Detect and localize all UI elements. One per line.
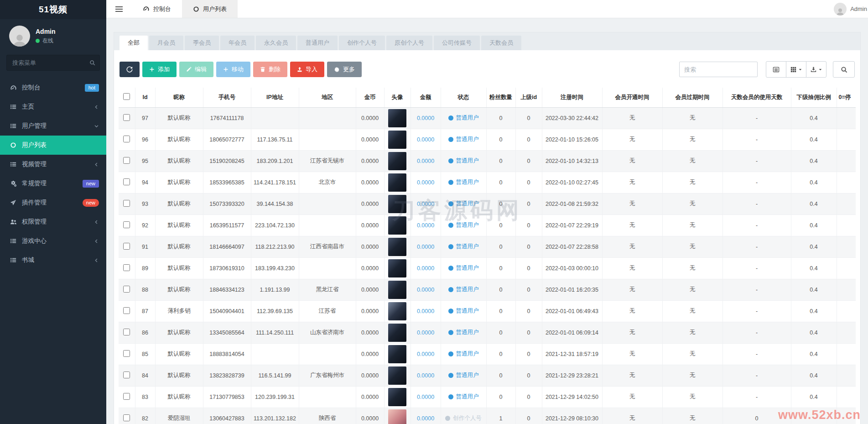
search-button[interactable] [833,61,855,78]
row-checkbox[interactable] [123,393,130,400]
cell-parent_id: 0 [515,257,542,279]
filter-tab-9[interactable]: 天数会员 [481,36,521,50]
refresh-button[interactable] [120,62,140,77]
sidebar-item-console[interactable]: 控制台hot [0,78,106,97]
filter-tab-3[interactable]: 年会员 [220,36,255,50]
amount-link[interactable]: 0.0000 [417,179,434,186]
row-checkbox[interactable] [123,329,130,335]
filter-tab-8[interactable]: 公司传媒号 [434,36,480,50]
amount-link[interactable]: 0.0000 [417,394,434,400]
sidebar-item-label: 主页 [22,103,34,111]
filter-tab-4[interactable]: 永久会员 [256,36,296,50]
amount-link[interactable]: 0.0000 [417,351,434,357]
table-row: 93默认昵称1507339332039.144.154.380.00000.00… [119,193,856,215]
user-avatar[interactable] [388,238,406,256]
amount-link[interactable]: 0.0000 [417,287,434,293]
row-checkbox[interactable] [123,114,130,121]
amount-link[interactable]: 0.0000 [417,372,434,379]
row-checkbox[interactable] [123,221,130,228]
select-all-checkbox[interactable] [123,93,130,100]
user-avatar[interactable] [388,216,406,235]
user-avatar[interactable] [388,366,406,385]
cell-flag [837,257,856,279]
amount-link[interactable]: 0.0000 [417,158,434,164]
user-avatar[interactable] [388,409,406,424]
sidebar-item-book-city[interactable]: 书城 [0,251,106,270]
cell-flag [837,193,856,215]
sidebar-nav: 控制台hot主页用户管理用户列表视频管理常规管理new插件管理new权限管理游戏… [0,78,106,424]
amount-link[interactable]: 0.0000 [417,136,434,143]
amount-link[interactable]: 0.0000 [417,222,434,229]
sidebar-item-plugin-mgmt[interactable]: 插件管理new [0,193,106,212]
row-checkbox[interactable] [123,157,130,164]
sidebar-item-home[interactable]: 主页 [0,97,106,116]
amount-link[interactable]: 0.0000 [417,330,434,336]
search-icon [89,59,95,68]
row-checkbox[interactable] [123,178,130,185]
amount-link[interactable]: 0.0000 [417,265,434,272]
sidebar-item-game-center[interactable]: 游戏中心 [0,231,106,251]
user-avatar[interactable] [388,345,406,363]
user-avatar[interactable] [388,302,406,320]
more-button[interactable]: 更多 [327,62,362,77]
table-search-input[interactable] [679,62,758,77]
user-avatar[interactable] [388,109,406,127]
row-checkbox[interactable] [123,243,130,250]
filter-tab-2[interactable]: 季会员 [185,36,219,50]
topbar-user[interactable]: Admin [834,0,868,18]
amount-link[interactable]: 0.0000 [417,115,434,121]
filter-tab-1[interactable]: 月会员 [149,36,183,50]
cell-flag [837,408,856,424]
chevron-left-icon [94,162,99,167]
export-button[interactable] [806,61,826,78]
sidebar-item-video-mgmt[interactable]: 视频管理 [0,155,106,174]
row-checkbox[interactable] [123,372,130,378]
move-button[interactable]: 移动 [216,62,250,77]
row-checkbox[interactable] [123,286,130,293]
row-checkbox[interactable] [123,414,130,421]
row-checkbox[interactable] [123,307,130,314]
filter-tab-7[interactable]: 原创个人号 [386,36,432,50]
user-avatar[interactable] [388,324,406,342]
add-button[interactable]: 添加 [142,62,177,77]
delete-button[interactable]: 删除 [253,62,287,77]
filter-tab-5[interactable]: 普通用户 [297,36,338,50]
sidebar-search-input[interactable] [6,55,100,71]
sidebar-item-user-list[interactable]: 用户列表 [0,136,106,155]
sidebar-item-user-mgmt[interactable]: 用户管理 [0,116,106,136]
user-avatar[interactable] [388,388,406,406]
cell-vip_start: 无 [602,279,662,300]
cell-coins: 0.0000 [356,193,384,215]
user-avatar[interactable] [388,173,406,192]
sidebar-item-general-mgmt[interactable]: 常规管理new [0,174,106,193]
amount-link[interactable]: 0.0000 [417,415,434,422]
sidebar-toggle-button[interactable] [106,0,132,18]
cell-vip_end: 无 [662,300,722,322]
table-row: 95默认昵称15190208245183.209.1.201江苏省无锡市0.00… [119,150,856,172]
row-checkbox[interactable] [123,200,130,207]
user-avatar[interactable] [388,259,406,277]
amount-link[interactable]: 0.0000 [417,201,434,207]
user-avatar[interactable] [388,131,406,149]
row-checkbox[interactable] [123,136,130,142]
sidebar-user-avatar[interactable] [9,26,30,47]
row-checkbox[interactable] [123,264,130,271]
amount-link[interactable]: 0.0000 [417,308,434,314]
amount-link[interactable]: 0.0000 [417,244,434,250]
cell-vip_start: 无 [602,129,662,150]
edit-button[interactable]: 编辑 [179,62,213,77]
columns-button[interactable] [766,61,786,78]
row-checkbox[interactable] [123,350,130,357]
user-avatar[interactable] [388,195,406,213]
import-button[interactable]: 导入 [290,62,324,77]
filter-tab-0[interactable]: 全部 [120,36,148,50]
layout-button[interactable] [786,61,806,78]
topbar-tab-user-list[interactable]: 用户列表 [182,0,238,18]
cell-parent_id: 0 [515,365,542,386]
user-avatar[interactable] [388,152,406,170]
sidebar-badge-hot: hot [85,84,99,92]
user-avatar[interactable] [388,281,406,299]
sidebar-item-perm-mgmt[interactable]: 权限管理 [0,212,106,231]
filter-tab-6[interactable]: 创作个人号 [339,36,385,50]
topbar-tab-console[interactable]: 控制台 [132,0,182,18]
